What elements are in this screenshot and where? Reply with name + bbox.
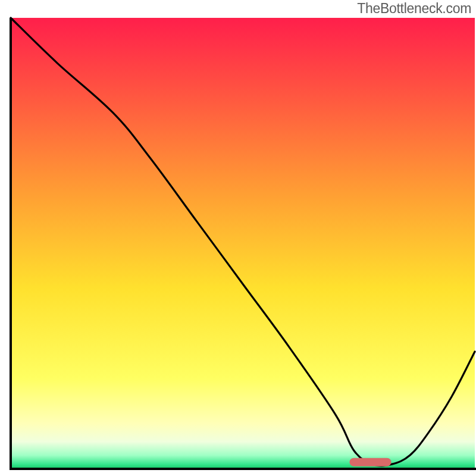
attribution-text: TheBottleneck.com <box>357 1 471 17</box>
bottleneck-chart <box>0 0 476 476</box>
chart-container: { "attribution": "TheBottleneck.com", "c… <box>0 0 476 476</box>
gradient-background <box>11 18 475 469</box>
optimal-range-marker <box>349 458 391 466</box>
